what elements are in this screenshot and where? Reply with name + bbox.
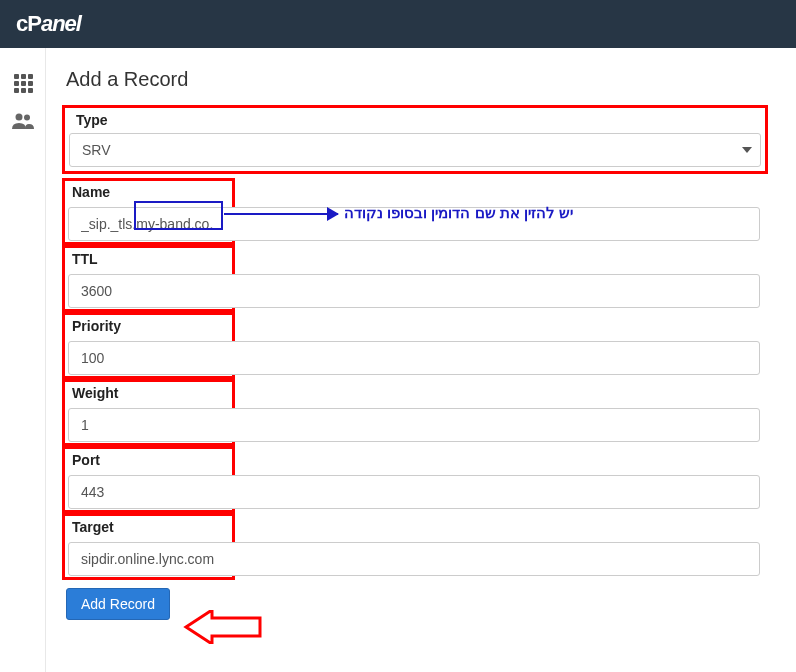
port-field-group: Port [62, 446, 768, 513]
ttl-input[interactable] [68, 274, 760, 308]
weight-field-group: Weight [62, 379, 768, 446]
port-input[interactable] [68, 475, 760, 509]
svg-point-1 [24, 115, 30, 121]
name-field-group: Name [62, 178, 768, 245]
users-icon[interactable] [0, 102, 46, 140]
svg-point-0 [16, 114, 23, 121]
priority-field-group: Priority [62, 312, 768, 379]
target-label: Target [65, 519, 232, 540]
header: cPanel [0, 0, 796, 48]
type-label: Type [69, 112, 761, 133]
target-field-group: Target [62, 513, 768, 580]
type-field-group: Type SRV [62, 105, 768, 174]
weight-label: Weight [65, 385, 232, 406]
target-input[interactable] [68, 542, 760, 576]
cpanel-logo: cPanel [16, 11, 81, 37]
port-label: Port [65, 452, 232, 473]
type-select[interactable]: SRV [69, 133, 761, 167]
name-input[interactable] [68, 207, 760, 241]
ttl-field-group: TTL [62, 245, 768, 312]
name-label: Name [65, 184, 232, 205]
main-content: Add a Record Type SRV Name TTL Priority [46, 48, 796, 640]
ttl-label: TTL [65, 251, 232, 272]
weight-input[interactable] [68, 408, 760, 442]
apps-grid-icon[interactable] [0, 64, 46, 102]
priority-label: Priority [65, 318, 232, 339]
page-title: Add a Record [62, 68, 768, 91]
priority-input[interactable] [68, 341, 760, 375]
sidebar [0, 48, 46, 672]
add-record-button[interactable]: Add Record [66, 588, 170, 620]
